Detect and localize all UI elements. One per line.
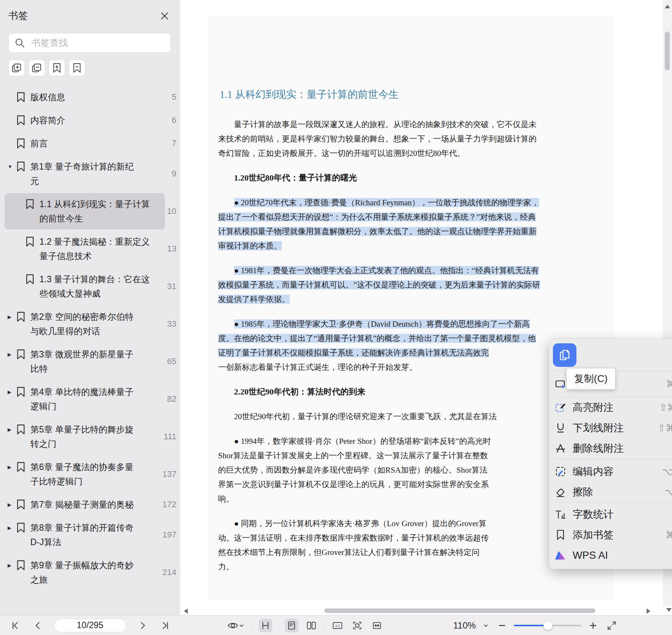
scroll-down-icon[interactable] xyxy=(666,608,672,612)
scroll-right-icon[interactable] xyxy=(647,608,650,614)
menu-item-strikethrough-annotation[interactable]: 删除线附注 xyxy=(549,438,672,459)
expand-arrow-icon[interactable]: ▶ xyxy=(8,389,15,395)
bookmark-item[interactable]: 1.3 量子计算的舞台：它在这些领域大显神威 31 xyxy=(0,268,180,305)
bookmark-page-number: 10 xyxy=(165,206,176,216)
menu-shortcut: ⇧⌘L xyxy=(659,402,672,413)
first-page-icon[interactable] xyxy=(9,619,22,632)
doc-text-line: 计算机模拟量子物理就像用算盘解微积分，效率太低了。他的这一观点让物理学界开始重新 xyxy=(218,224,537,239)
bookmark-label: 内容简介 xyxy=(30,113,141,127)
bookmark-item[interactable]: ▶ 第8章 量子计算的开篇传奇D-J算法 197 xyxy=(0,517,180,553)
scroll-mode-icon xyxy=(260,620,271,631)
expand-arrow-icon[interactable]: ▶ xyxy=(8,352,15,357)
scroll-left-icon[interactable] xyxy=(184,608,188,614)
menu-item-wps-ai[interactable]: WPS AI xyxy=(549,545,672,566)
bookmark-icon xyxy=(16,560,26,571)
fullscreen-icon[interactable] xyxy=(605,619,619,632)
fit-page-button[interactable] xyxy=(350,619,364,632)
remove-bookmark-button[interactable] xyxy=(69,60,85,76)
zoom-slider-thumb[interactable] xyxy=(543,621,553,630)
two-page-button[interactable] xyxy=(305,619,318,632)
select-all-icon xyxy=(554,378,567,390)
copy-tooltip: 复制(C) xyxy=(566,368,615,390)
bookmark-label: 第6章 量子魔法的协奏多量子比特逻辑门 xyxy=(30,460,141,489)
bookmark-item[interactable]: ▶ 第6章 量子魔法的协奏多量子比特逻辑门 137 xyxy=(0,456,180,492)
expand-arrow-icon[interactable]: ▶ xyxy=(8,427,15,432)
zoom-out-icon[interactable] xyxy=(496,619,509,632)
menu-item-add-bookmark[interactable]: 添加书签 ⌘D xyxy=(549,525,672,545)
fit-width-icon xyxy=(372,620,382,631)
expand-all-button[interactable] xyxy=(8,60,25,76)
toolbar-divider xyxy=(252,621,253,630)
bookmark-item[interactable]: ▶ 第7章 揭秘量子测量的奥秘 172 xyxy=(0,494,180,516)
menu-item-word-count[interactable]: 字数统计 xyxy=(549,503,672,525)
read-mode-button[interactable] xyxy=(226,618,246,633)
menu-item-erase[interactable]: 擦除 ⌥E xyxy=(549,482,672,502)
bookmark-search[interactable] xyxy=(8,33,171,53)
bookmark-item[interactable]: 1.2 量子魔法揭秘：重新定义量子信息技术 13 xyxy=(0,231,180,267)
word-count-icon xyxy=(554,508,567,520)
expand-arrow-icon[interactable]: ▶ xyxy=(8,525,15,531)
expand-arrow-icon[interactable]: ▶ xyxy=(8,502,15,508)
bottom-toolbar: 10/295 xyxy=(0,615,672,635)
fit-width-button[interactable] xyxy=(370,619,384,632)
single-page-icon xyxy=(286,620,297,631)
doc-text-line: 来技术的前哨站，更是科学家们智力较量的舞台。想象一下，一场从量子力学到超级计算的 xyxy=(218,132,537,146)
expand-arrow-icon[interactable]: ▼ xyxy=(8,164,15,170)
zoom-in-icon[interactable] xyxy=(587,619,600,632)
vertical-scrollbar-thumb[interactable] xyxy=(665,31,670,70)
last-page-icon[interactable] xyxy=(159,619,172,632)
next-page-icon[interactable] xyxy=(136,619,149,632)
single-page-button[interactable] xyxy=(285,619,298,632)
bookmark-item[interactable]: ▼ 第1章 量子奇旅计算的新纪元 9 xyxy=(0,156,180,192)
copy-button[interactable] xyxy=(553,343,576,367)
doc-paragraph: 量子计算的故事是一段既深邃又迷人的旅程。从理论的抽象到技术的突破，它不仅是未 来… xyxy=(218,117,537,160)
expand-arrow-icon[interactable]: ▶ xyxy=(8,314,15,320)
zoom-level[interactable]: 110% xyxy=(453,620,476,631)
bookmark-item[interactable]: ▶ 第2章 空间的秘密希尔伯特与欧几里得的对话 33 xyxy=(0,306,180,342)
bookmark-label: 第1章 量子奇旅计算的新纪元 xyxy=(30,159,141,188)
bookmark-item[interactable]: ▶ 第5章 单量子比特的舞步旋转之门 111 xyxy=(0,418,180,455)
doc-text-line: 度。在他的论文中，提出了“通用量子计算机”的概念，并给出了第一个量子图灵机模型，… xyxy=(218,331,537,346)
bookmark-item[interactable]: ▶ 第9章 量子振幅放大的奇妙之旅 214 xyxy=(0,554,180,591)
doc-heading: 1.20世纪80年代：量子计算的曙光 xyxy=(218,171,537,185)
bookmark-item[interactable]: ▶ 第3章 微观世界的新星量子比特 65 xyxy=(0,343,180,380)
doc-text-line: 量子计算的故事是一段既深邃又迷人的旅程。从理论的抽象到技术的突破，它不仅是未 xyxy=(218,117,537,132)
bookmark-page-number: 9 xyxy=(170,169,176,179)
add-bookmark-button[interactable] xyxy=(49,60,65,76)
menu-item-underline-annotation[interactable]: 下划线附注 ⇧⌘U xyxy=(549,418,672,438)
page-indicator[interactable]: 10/295 xyxy=(54,619,126,632)
bookmark-icon xyxy=(16,161,26,172)
bookmark-item[interactable]: 版权信息 5 xyxy=(0,86,180,108)
actual-size-button[interactable]: 1:1 xyxy=(331,619,344,632)
prev-page-icon[interactable] xyxy=(31,619,44,632)
bookmark-item[interactable]: 前言 7 xyxy=(0,132,180,154)
search-input[interactable] xyxy=(31,37,165,49)
menu-item-edit-content[interactable]: 编辑内容 ⌥W xyxy=(549,459,672,482)
close-icon[interactable] xyxy=(159,10,170,22)
horizontal-scrollbar[interactable] xyxy=(180,606,672,615)
bookmark-page-number: 111 xyxy=(162,432,176,442)
eraser-icon xyxy=(554,486,567,498)
expand-arrow-icon[interactable]: ▶ xyxy=(8,563,15,568)
menu-item-highlight-annotation[interactable]: 高亮附注 ⇧⌘L xyxy=(549,397,672,418)
menu-item-label: 下划线附注 xyxy=(573,421,624,435)
bookmark-item[interactable]: 1.1 从科幻到现实：量子计算的前世今生 10 xyxy=(0,193,180,229)
zoom-dropdown-chevron-icon[interactable] xyxy=(481,621,490,630)
bookmark-page-number: 6 xyxy=(170,115,176,125)
bookmark-icon xyxy=(16,386,26,398)
bookmark-item[interactable]: 内容简介 6 xyxy=(0,109,180,131)
expand-arrow-icon[interactable]: ▶ xyxy=(8,464,15,470)
doc-text-line: ● 1994年，数学家彼得·肖尔（Peter Shor）的登场堪称“剧本反转”的… xyxy=(218,434,537,448)
wps-pdf-reader-window: 书签 xyxy=(0,0,672,635)
edit-content-icon xyxy=(554,465,567,478)
bookmark-label: 第2章 空间的秘密希尔伯特与欧几里得的对话 xyxy=(30,310,141,338)
bookmark-item[interactable]: ▶ 第4章 单比特的魔法棒量子逻辑门 82 xyxy=(0,381,180,417)
horizontal-scrollbar-thumb[interactable] xyxy=(324,608,595,613)
bookmark-page-number: 172 xyxy=(160,500,176,509)
zoom-slider[interactable] xyxy=(514,621,581,630)
scroll-mode-button[interactable] xyxy=(259,619,272,632)
scroll-up-icon[interactable] xyxy=(665,5,670,8)
collapse-all-button[interactable] xyxy=(28,60,45,76)
search-icon xyxy=(14,37,25,49)
menu-shortcut: ⌘D xyxy=(666,530,672,541)
